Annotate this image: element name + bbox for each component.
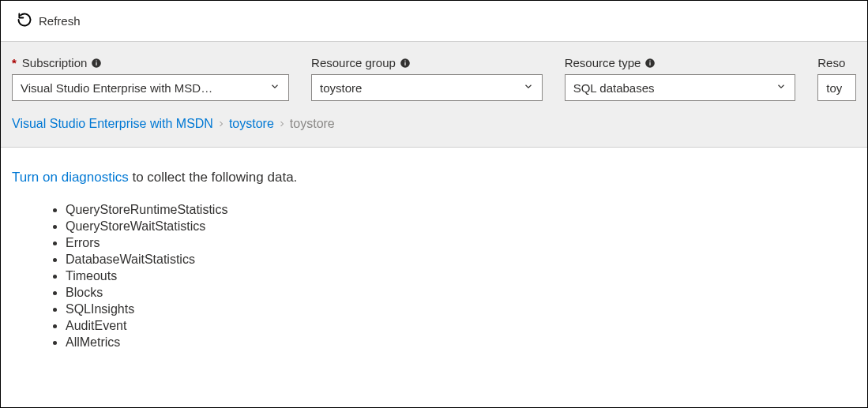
diagnostics-prompt: Turn on diagnostics to collect the follo… [12,170,856,185]
resource-type-label: Resource type [565,56,796,69]
chevron-right-icon [216,119,226,129]
content-area: Turn on diagnostics to collect the follo… [1,148,867,363]
subscription-label: * Subscription [12,56,289,69]
list-item: AllMetrics [66,335,856,350]
chevron-down-icon [269,81,280,95]
resource-type-dropdown[interactable]: SQL databases [565,74,796,101]
svg-rect-1 [96,62,97,65]
resource-group-dropdown[interactable]: toystore [311,74,543,101]
refresh-label: Refresh [39,14,81,28]
refresh-icon [17,12,32,30]
list-item: SQLInsights [66,302,856,316]
subscription-field: * Subscription Visual Studio Enterprise … [12,56,289,101]
svg-rect-8 [650,60,651,61]
resource-type-field: Resource type SQL databases [565,56,796,101]
chevron-right-icon [277,119,287,129]
filter-bar: * Subscription Visual Studio Enterprise … [1,42,867,148]
list-item: DatabaseWaitStatistics [66,253,856,267]
diagnostics-list: QueryStoreRuntimeStatistics QueryStoreWa… [12,203,856,350]
breadcrumb-item[interactable]: toystore [229,117,274,131]
list-item: Blocks [66,286,856,300]
list-item: AuditEvent [66,319,856,333]
info-icon[interactable] [400,58,411,69]
resource-group-label: Resource group [311,56,543,69]
resource-group-field: Resource group toystore [311,56,543,101]
resource-label: Reso [817,56,856,69]
chevron-down-icon [523,81,534,95]
svg-rect-5 [404,60,405,61]
resource-dropdown[interactable]: toy [817,74,856,101]
list-item: QueryStoreRuntimeStatistics [66,203,856,217]
info-icon[interactable] [91,58,102,69]
svg-rect-7 [650,62,651,65]
required-indicator: * [12,56,17,69]
turn-on-diagnostics-link[interactable]: Turn on diagnostics [12,170,129,185]
svg-rect-2 [96,60,97,61]
list-item: Timeouts [66,269,856,283]
refresh-button[interactable]: Refresh [12,9,85,33]
info-icon[interactable] [644,58,656,69]
list-item: Errors [66,236,856,250]
svg-rect-4 [404,62,405,65]
breadcrumb-current: toystore [290,117,335,131]
breadcrumb: Visual Studio Enterprise with MSDN toyst… [12,114,856,147]
toolbar: Refresh [1,1,867,42]
resource-field: Reso toy [817,56,856,101]
subscription-dropdown[interactable]: Visual Studio Enterprise with MSD… [12,74,289,101]
breadcrumb-item[interactable]: Visual Studio Enterprise with MSDN [12,117,213,131]
chevron-down-icon [776,81,787,95]
list-item: QueryStoreWaitStatistics [66,219,856,234]
